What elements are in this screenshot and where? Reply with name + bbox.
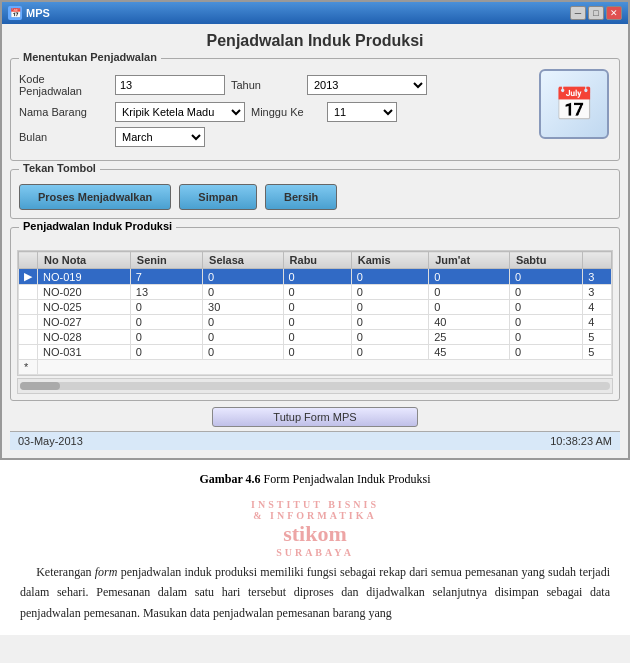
cell-sabtu: 0 [509,330,582,345]
page-title: Penjadwalan Induk Produksi [10,32,620,50]
cell-senin: 0 [130,330,202,345]
row-pointer-cell: ▶ [19,269,38,285]
cell-senin: 13 [130,285,202,300]
table-group-legend: Penjadwalan Induk Produksi [19,220,176,232]
cell-senin: 0 [130,345,202,360]
status-date: 03-May-2013 [18,435,83,447]
cell-no-nota: NO-028 [38,330,131,345]
kode-input[interactable] [115,75,225,95]
data-table: No Nota Senin Selasa Rabu Kamis Jum'at S… [18,251,612,375]
row-bulan: Bulan March January February April [19,127,529,147]
status-bar: 03-May-2013 10:38:23 AM [10,431,620,450]
cell-selasa: 0 [203,315,284,330]
proses-button[interactable]: Proses Menjadwalkan [19,184,171,210]
minggu-select[interactable]: 11 [327,102,397,122]
table-row[interactable]: NO-027 0 0 0 0 40 0 4 [19,315,612,330]
table-row[interactable]: NO-028 0 0 0 0 25 0 5 [19,330,612,345]
action-buttons-row: Proses Menjadwalkan Simpan Bersih [19,184,611,210]
watermark-surabaya: SURABAYA [20,547,610,558]
simpan-button[interactable]: Simpan [179,184,257,210]
cell-sabtu: 0 [509,285,582,300]
watermark-stikom: stikom [20,521,610,547]
figure-number: Gambar 4.6 [199,472,263,486]
title-bar: 📅 MPS ─ □ ✕ [2,2,628,24]
nama-label: Nama Barang [19,106,109,118]
cell-no-nota: NO-031 [38,345,131,360]
cell-jumat: 40 [429,315,510,330]
col-selasa: Selasa [203,252,284,269]
paragraph-text: Keterangan form penjadwalan induk produk… [20,562,610,623]
bulan-label: Bulan [19,131,109,143]
bersih-button[interactable]: Bersih [265,184,337,210]
cell-sabtu: 0 [509,315,582,330]
cell-jumat: 0 [429,269,510,285]
cell-selasa: 0 [203,330,284,345]
row-pointer-cell [19,330,38,345]
cell-extra: 4 [583,300,612,315]
watermark: INSTITUT BISNIS & INFORMATIKA stikom SUR… [20,499,610,558]
row-kode-tahun: Kode Penjadwalan Tahun 2013 2012 2014 [19,73,529,97]
button-group: Tekan Tombol Proses Menjadwalkan Simpan … [10,169,620,219]
cell-extra: 3 [583,269,612,285]
window-title: MPS [26,7,50,19]
cell-jumat: 0 [429,300,510,315]
scroll-track [20,382,610,390]
cell-sabtu: 0 [509,269,582,285]
close-button[interactable]: ✕ [606,6,622,20]
bulan-select[interactable]: March January February April [115,127,205,147]
paragraph-container: INSTITUT BISNIS & INFORMATIKA stikom SUR… [20,499,610,623]
calendar-icon: 📅 [539,69,609,139]
cell-extra: 3 [583,285,612,300]
minimize-button[interactable]: ─ [570,6,586,20]
table-row[interactable]: NO-025 0 30 0 0 0 0 4 [19,300,612,315]
cell-rabu: 0 [283,345,351,360]
row-pointer-cell [19,285,38,300]
horizontal-scrollbar[interactable] [17,378,613,394]
cell-kamis: 0 [351,300,428,315]
cell-senin: 7 [130,269,202,285]
minggu-label: Minggu Ke [251,106,321,118]
app-icon: 📅 [8,6,22,20]
scroll-thumb [20,382,60,390]
cell-no-nota: NO-027 [38,315,131,330]
close-form-button[interactable]: Tutup Form MPS [212,407,417,427]
tahun-select[interactable]: 2013 2012 2014 [307,75,427,95]
data-grid-container[interactable]: No Nota Senin Selasa Rabu Kamis Jum'at S… [17,250,613,376]
table-row[interactable]: NO-020 13 0 0 0 0 0 3 [19,285,612,300]
cell-selasa: 0 [203,345,284,360]
new-row: * [19,360,612,375]
nama-select[interactable]: Kripik Ketela Madu [115,102,245,122]
watermark-line1: INSTITUT BISNIS [20,499,610,510]
cell-extra: 5 [583,345,612,360]
cell-kamis: 0 [351,315,428,330]
table-row[interactable]: NO-031 0 0 0 0 45 0 5 [19,345,612,360]
cell-no-nota: NO-019 [38,269,131,285]
row-pointer-cell [19,345,38,360]
maximize-button[interactable]: □ [588,6,604,20]
form-group-legend: Menentukan Penjadwalan [19,51,161,63]
cell-no-nota: NO-025 [38,300,131,315]
col-extra [583,252,612,269]
col-rabu: Rabu [283,252,351,269]
status-time: 10:38:23 AM [550,435,612,447]
form-group: Menentukan Penjadwalan 📅 Kode Penjadwala… [10,58,620,161]
cell-senin: 0 [130,300,202,315]
cell-jumat: 0 [429,285,510,300]
close-btn-row: Tutup Form MPS [10,407,620,427]
cell-rabu: 0 [283,269,351,285]
cell-kamis: 0 [351,330,428,345]
cell-extra: 5 [583,330,612,345]
col-senin: Senin [130,252,202,269]
cell-rabu: 0 [283,315,351,330]
kode-label: Kode Penjadwalan [19,73,109,97]
cell-kamis: 0 [351,345,428,360]
cell-rabu: 0 [283,300,351,315]
col-kamis: Kamis [351,252,428,269]
main-window: 📅 MPS ─ □ ✕ Penjadwalan Induk Produksi M… [0,0,630,460]
table-row[interactable]: ▶ NO-019 7 0 0 0 0 0 3 [19,269,612,285]
cell-selasa: 30 [203,300,284,315]
window-body: Penjadwalan Induk Produksi Menentukan Pe… [2,24,628,458]
cell-sabtu: 0 [509,345,582,360]
row-pointer-cell [19,315,38,330]
tahun-label: Tahun [231,79,301,91]
